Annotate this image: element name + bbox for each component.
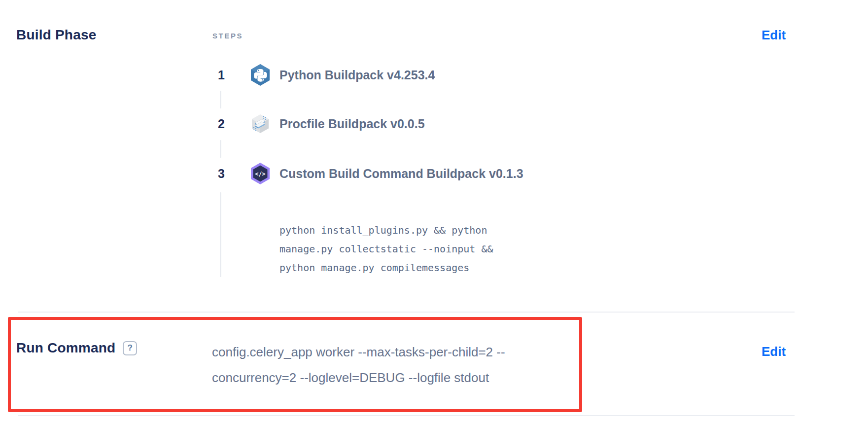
step-connector-line bbox=[220, 140, 221, 158]
steps-column-label: STEPS bbox=[212, 32, 243, 40]
run-command-title: Run Command bbox=[16, 340, 115, 356]
section-divider bbox=[18, 312, 795, 313]
run-command-value: config.celery_app worker --max-tasks-per… bbox=[212, 339, 505, 390]
build-step-row: 3 </> Custom Build Command Buildpack v0.… bbox=[218, 162, 523, 185]
step-number: 3 bbox=[218, 167, 229, 181]
step-connector-line bbox=[220, 91, 221, 108]
custom-build-command-code: python install_plugins.py && python mana… bbox=[279, 221, 493, 277]
command-line: concurrency=2 --loglevel=DEBUG --logfile… bbox=[212, 365, 505, 390]
step-connector-line bbox=[220, 192, 221, 277]
build-phase-edit-button[interactable]: Edit bbox=[762, 28, 786, 43]
code-line: python install_plugins.py && python bbox=[279, 221, 493, 240]
command-line: config.celery_app worker --max-tasks-per… bbox=[212, 339, 505, 365]
code-line: python manage.py compilemessages bbox=[279, 258, 493, 277]
help-icon[interactable]: ? bbox=[123, 341, 137, 355]
build-step-row: 2 Procfile Buildpack v0.0.5 bbox=[218, 112, 425, 136]
build-step-row: 1 Python Buildpack v4.253.4 bbox=[218, 63, 435, 87]
buildpack-name: Procfile Buildpack v0.0.5 bbox=[279, 117, 425, 131]
run-command-edit-button[interactable]: Edit bbox=[762, 344, 786, 359]
code-line: manage.py collectstatic --noinput && bbox=[279, 240, 493, 258]
section-divider bbox=[18, 415, 795, 416]
procfile-buildpack-icon bbox=[248, 112, 272, 136]
step-number: 1 bbox=[218, 68, 229, 82]
svg-text:</>: </> bbox=[255, 171, 266, 177]
buildpack-name: Custom Build Command Buildpack v0.1.3 bbox=[279, 167, 523, 181]
step-number: 2 bbox=[218, 117, 229, 131]
custom-build-command-buildpack-icon: </> bbox=[248, 162, 272, 185]
python-buildpack-icon bbox=[248, 63, 272, 87]
build-phase-title: Build Phase bbox=[16, 27, 96, 43]
settings-page: Build Phase STEPS Edit 1 Python Buildpac… bbox=[0, 0, 868, 421]
run-command-header: Run Command ? bbox=[16, 340, 137, 356]
buildpack-name: Python Buildpack v4.253.4 bbox=[279, 68, 435, 82]
